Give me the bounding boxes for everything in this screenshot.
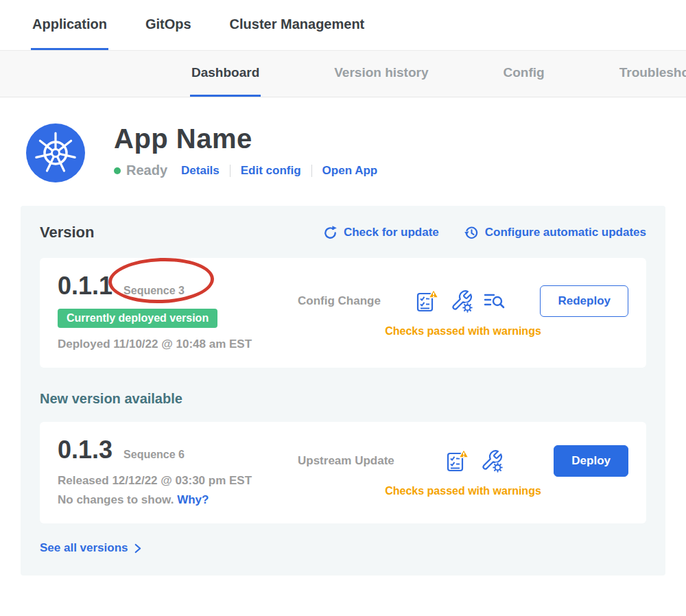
page-title: App Name	[114, 123, 377, 154]
config-tools-icon[interactable]	[479, 449, 504, 473]
check-for-update-button[interactable]: Check for update	[322, 225, 439, 241]
tab-dashboard[interactable]: Dashboard	[190, 51, 261, 97]
status-dot-icon	[114, 167, 121, 174]
configure-automatic-updates-label: Configure automatic updates	[485, 226, 646, 239]
preflight-checks-icon[interactable]	[414, 289, 439, 313]
current-check-icons	[414, 289, 506, 313]
check-for-update-label: Check for update	[344, 226, 439, 239]
config-tools-icon[interactable]	[449, 289, 473, 313]
available-version-card: 0.1.3 Sequence 6 Released 12/12/22 @ 03:…	[40, 422, 646, 523]
no-changes-text: No changes to show.	[58, 493, 174, 506]
preflight-checks-icon[interactable]	[445, 449, 469, 473]
edit-config-link[interactable]: Edit config	[241, 164, 301, 178]
configure-automatic-updates-button[interactable]: Configure automatic updates	[464, 225, 646, 241]
available-version-info: 0.1.3 Sequence 6 Released 12/12/22 @ 03:…	[58, 436, 298, 507]
kubernetes-logo-icon	[26, 123, 85, 182]
status-badge: Ready	[126, 163, 167, 178]
current-version-status-area: Config Change	[298, 272, 628, 351]
refresh-icon	[322, 225, 338, 241]
divider	[311, 165, 312, 177]
current-change-type: Config Change	[298, 294, 381, 308]
app-header: App Name Ready Details Edit config Open …	[0, 97, 686, 182]
why-link[interactable]: Why?	[177, 493, 209, 506]
released-timestamp: Released 12/12/22 @ 03:30 pm EST	[58, 474, 298, 488]
primary-nav: Application GitOps Cluster Management	[0, 0, 686, 51]
secondary-nav: Dashboard Version history Config Trouble…	[0, 51, 686, 97]
currently-deployed-badge: Currently deployed version	[58, 309, 217, 328]
app-header-text: App Name Ready Details Edit config Open …	[114, 123, 377, 178]
available-version-number: 0.1.3	[58, 436, 113, 464]
see-all-versions-label: See all versions	[40, 541, 128, 555]
version-section: Version Check for update	[21, 206, 665, 576]
tab-cluster-management[interactable]: Cluster Management	[228, 0, 366, 50]
version-heading: Version	[40, 224, 94, 241]
available-change-type: Upstream Update	[298, 454, 394, 468]
open-app-link[interactable]: Open App	[322, 164, 378, 178]
version-actions: Check for update Configure automatic upd…	[322, 225, 646, 241]
available-check-icons	[445, 449, 504, 473]
available-checks-status: Checks passed with warnings	[298, 485, 628, 497]
see-all-versions-link[interactable]: See all versions	[40, 541, 646, 555]
tab-config[interactable]: Config	[502, 51, 546, 97]
redeploy-button[interactable]: Redeploy	[540, 285, 628, 317]
current-version-info: 0.1.1 Sequence 3 Currently deployed vers…	[58, 272, 298, 351]
current-version-sequence: Sequence 3	[123, 285, 185, 297]
diff-view-icon[interactable]	[483, 291, 506, 311]
chevron-right-icon	[134, 543, 141, 554]
new-version-heading: New version available	[40, 391, 646, 407]
available-version-sequence: Sequence 6	[123, 449, 185, 461]
current-version-number: 0.1.1	[58, 272, 113, 300]
divider	[230, 165, 230, 177]
tab-application[interactable]: Application	[31, 0, 108, 50]
version-section-header: Version Check for update	[40, 224, 646, 241]
no-changes-line: No changes to show. Why?	[58, 493, 298, 507]
deployed-timestamp: Deployed 11/10/22 @ 10:48 am EST	[58, 337, 298, 351]
available-version-status-area: Upstream Update	[298, 436, 628, 507]
tab-version-history[interactable]: Version history	[333, 51, 429, 97]
current-checks-status: Checks passed with warnings	[298, 325, 628, 337]
tab-gitops[interactable]: GitOps	[144, 0, 193, 50]
details-link[interactable]: Details	[181, 164, 220, 178]
tab-troubleshoot[interactable]: Troubleshoot	[618, 51, 686, 97]
app-meta-row: Ready Details Edit config Open App	[114, 163, 377, 178]
deploy-button[interactable]: Deploy	[554, 445, 628, 477]
auto-update-icon	[464, 225, 480, 241]
current-version-card: 0.1.1 Sequence 3 Currently deployed vers…	[40, 258, 646, 368]
